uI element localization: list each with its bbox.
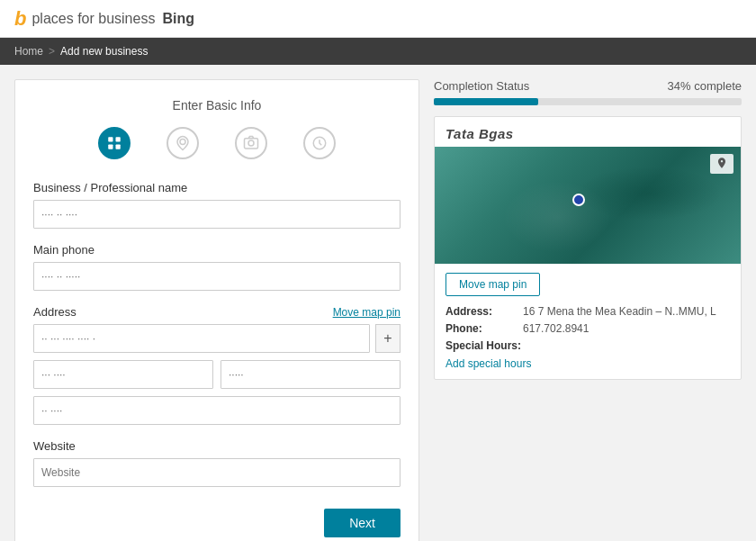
step-photo-icon[interactable] (235, 127, 267, 159)
address-info-label: Address: (446, 305, 518, 318)
city-zip-row (33, 360, 400, 389)
add-special-hours-link[interactable]: Add special hours (446, 357, 531, 370)
form-panel: Enter Basic Info Business / Professional… (14, 79, 419, 541)
bing-wordmark: Bing (162, 11, 194, 27)
business-name-input[interactable] (33, 200, 400, 229)
right-panel: Completion Status 34% complete Tata Bgas… (434, 79, 742, 541)
header: b places for business Bing (0, 0, 756, 38)
phone-info-value: 617.702.8941 (523, 322, 589, 335)
state-input[interactable] (33, 396, 400, 425)
breadcrumb-bar: Home > Add new business (0, 38, 756, 65)
address-info-row: Address: 16 7 Mena the Mea Keadin – N..M… (446, 305, 730, 318)
website-input[interactable] (33, 458, 400, 487)
business-name-label: Business / Professional name (33, 181, 400, 194)
breadcrumb-separator: > (49, 45, 55, 58)
svg-rect-0 (108, 137, 112, 141)
step-hours-icon[interactable] (303, 127, 336, 159)
svg-rect-1 (108, 145, 112, 149)
bing-tagline: places for business (32, 11, 155, 27)
special-hours-label: Special Hours: (446, 339, 521, 352)
website-label: Website (33, 439, 400, 453)
svg-rect-2 (116, 137, 121, 141)
steps-row (33, 127, 400, 159)
address-label: Address (33, 305, 76, 319)
phone-info-label: Phone: (446, 322, 518, 335)
progress-bar-fill (434, 98, 538, 105)
address-info-value: 16 7 Mena the Mea Keadin – N..MMU, L (523, 305, 716, 318)
completion-label: Completion Status (434, 79, 529, 93)
next-button[interactable]: Next (324, 509, 400, 537)
website-group: Website (33, 439, 400, 487)
step-category-icon[interactable] (166, 127, 199, 159)
form-footer: Next (33, 509, 400, 537)
svg-point-6 (248, 140, 254, 146)
phone-group: Main phone (33, 243, 400, 291)
completion-status-header: Completion Status 34% complete (434, 79, 742, 93)
phone-info-row: Phone: 617.702.8941 (446, 322, 730, 335)
special-hours-row: Special Hours: (446, 339, 730, 352)
map-overlay-ui (710, 154, 734, 174)
move-map-pin-link[interactable]: Move map pin (333, 306, 400, 319)
svg-point-4 (180, 140, 185, 145)
home-link[interactable]: Home (14, 45, 43, 58)
map-pin (572, 194, 585, 206)
bing-logo: b (14, 7, 26, 31)
move-map-pin-button[interactable]: Move map pin (446, 273, 540, 296)
add-address-line-button[interactable]: + (375, 324, 400, 353)
address-header: Address Move map pin (33, 305, 400, 319)
phone-label: Main phone (33, 243, 400, 257)
logo-area: b places for business Bing (14, 7, 194, 31)
city-input[interactable] (33, 360, 213, 389)
progress-bar-background (434, 98, 742, 105)
main-content: Enter Basic Info Business / Professional… (0, 65, 756, 541)
phone-input[interactable] (33, 262, 400, 291)
step-title: Enter Basic Info (33, 98, 400, 113)
bing-b-icon: b (14, 7, 26, 30)
completion-percent: 34% complete (668, 79, 742, 93)
zip-input[interactable] (220, 360, 400, 389)
map-image (435, 147, 741, 264)
address-group: Address Move map pin + (33, 305, 400, 425)
address-line1-row: + (33, 324, 400, 353)
business-name-group: Business / Professional name (33, 181, 400, 229)
current-page-label: Add new business (60, 45, 148, 58)
svg-rect-3 (116, 145, 121, 149)
map-card-body: Move map pin Address: 16 7 Mena the Mea … (435, 264, 741, 379)
map-business-name: Tata Bgas (435, 117, 741, 147)
step-basic-icon[interactable] (98, 127, 130, 159)
address-line1-input[interactable] (33, 324, 370, 353)
map-card: Tata Bgas Move map pin Address: 16 7 Men… (434, 116, 742, 380)
